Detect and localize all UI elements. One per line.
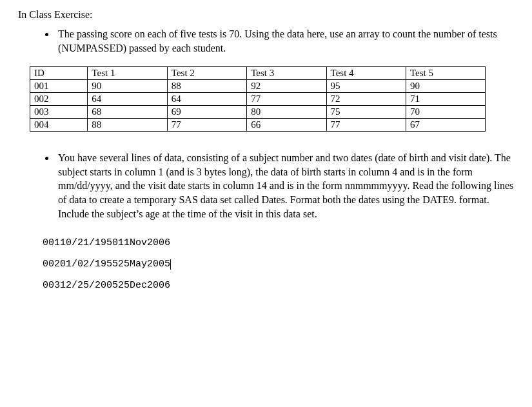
cell-t5: 70 — [406, 106, 485, 119]
table-row: 004 88 77 66 77 67 — [30, 119, 486, 132]
exercise-list: The passing score on each of five tests … — [18, 27, 514, 55]
raw-line-3: 00312/25/200525Dec2006 — [43, 280, 170, 291]
cell-t3: 92 — [247, 80, 326, 93]
cell-id: 003 — [30, 106, 88, 119]
cell-t2: 88 — [167, 80, 246, 93]
scores-table: ID Test 1 Test 2 Test 3 Test 4 Test 5 00… — [30, 66, 486, 132]
col-test4: Test 4 — [326, 67, 406, 80]
cell-t3: 80 — [247, 106, 326, 119]
cell-t4: 95 — [326, 80, 406, 93]
cell-t4: 77 — [326, 119, 406, 132]
col-test5: Test 5 — [406, 67, 485, 80]
cell-t2: 77 — [167, 119, 246, 132]
cell-t2: 64 — [167, 93, 246, 106]
cell-t5: 71 — [406, 93, 485, 106]
cell-t1: 68 — [88, 106, 167, 119]
cell-t5: 67 — [406, 119, 485, 132]
cell-t4: 72 — [326, 93, 406, 106]
text-cursor-icon — [170, 259, 171, 270]
cell-t5: 90 — [406, 80, 485, 93]
table-row: 001 90 88 92 95 90 — [30, 80, 486, 93]
cell-t4: 75 — [326, 106, 406, 119]
col-test3: Test 3 — [247, 67, 326, 80]
raw-data-block: 00110/21/195011Nov2006 00201/02/195525Ma… — [43, 232, 514, 296]
col-id: ID — [30, 67, 88, 80]
cell-t1: 88 — [88, 119, 167, 132]
exercise-list-2: You have several lines of data, consisti… — [18, 151, 514, 221]
col-test2: Test 2 — [167, 67, 246, 80]
bullet-dates-exercise: You have several lines of data, consisti… — [55, 151, 514, 221]
cell-id: 002 — [30, 93, 88, 106]
table-row: 002 64 64 77 72 71 — [30, 93, 486, 106]
page-title: In Class Exercise: — [18, 9, 514, 21]
cell-id: 004 — [30, 119, 88, 132]
bullet-array-exercise: The passing score on each of five tests … — [55, 27, 514, 55]
table-row: 003 68 69 80 75 70 — [30, 106, 486, 119]
cell-t3: 66 — [247, 119, 326, 132]
raw-line-2: 00201/02/195525May2005 — [43, 259, 170, 270]
cell-t1: 64 — [88, 93, 167, 106]
cell-t3: 77 — [247, 93, 326, 106]
table-header-row: ID Test 1 Test 2 Test 3 Test 4 Test 5 — [30, 67, 486, 80]
cell-id: 001 — [30, 80, 88, 93]
col-test1: Test 1 — [88, 67, 167, 80]
cell-t2: 69 — [167, 106, 246, 119]
cell-t1: 90 — [88, 80, 167, 93]
raw-line-1: 00110/21/195011Nov2006 — [43, 237, 170, 248]
